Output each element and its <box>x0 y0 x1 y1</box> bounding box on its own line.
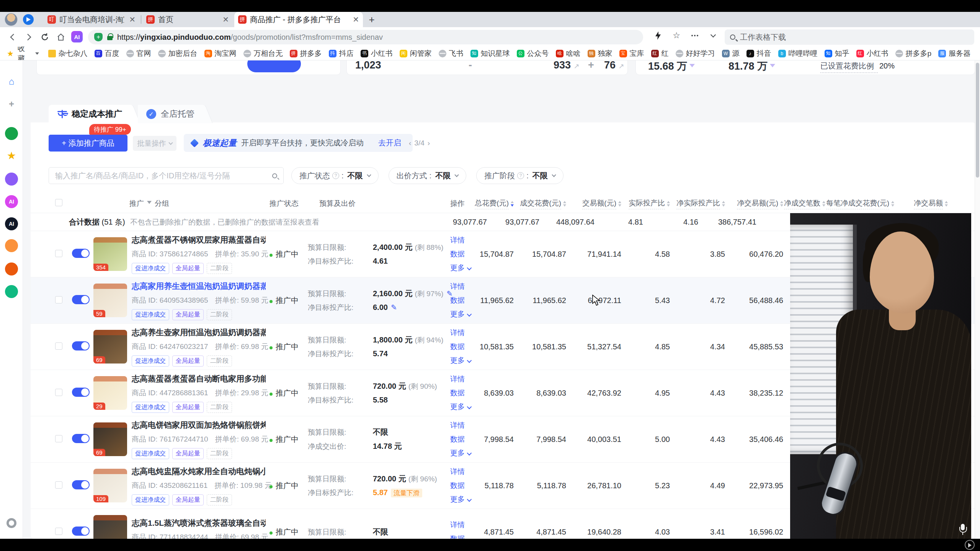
favorites-label[interactable]: 收藏 <box>18 47 31 60</box>
sidebar-ai-dark-app-icon[interactable]: AI <box>5 217 18 230</box>
browser-tab-1[interactable]: 叮 叮当会电商培训-淘宝天猫拼多 ✕ <box>44 12 139 27</box>
mic-icon[interactable] <box>959 524 966 535</box>
product-title[interactable]: 志高电炖盅隔水炖家用全自动电炖锅小型陶瓷... <box>132 466 266 477</box>
action-more[interactable]: 更多 <box>450 448 477 458</box>
banner-pager[interactable]: ‹3/4› <box>409 139 430 147</box>
bookmark-link[interactable]: 官网 <box>126 49 151 59</box>
bookmark-link[interactable]: 淘淘宝网 <box>204 49 237 59</box>
reload-icon[interactable] <box>38 31 51 44</box>
row-checkbox[interactable] <box>55 481 62 489</box>
action-data[interactable]: 数据 <box>450 434 477 444</box>
bookmark-link[interactable]: 飞书 <box>439 49 464 59</box>
column-header[interactable]: 每笔净成交花费(元) <box>825 198 894 209</box>
sidebar-add-icon[interactable]: + <box>5 98 18 111</box>
bookmark-link[interactable]: 拼多多p <box>895 49 932 59</box>
column-header[interactable]: 成交花费(元) <box>514 198 566 209</box>
action-data[interactable]: 数据 <box>450 295 477 305</box>
sidebar-orange-app-icon[interactable] <box>5 239 18 252</box>
recharge-button[interactable] <box>247 60 301 72</box>
favorites-caret-icon[interactable] <box>35 52 39 57</box>
back-icon[interactable] <box>6 31 19 44</box>
product-image[interactable]: 354 <box>93 237 127 271</box>
row-checkbox[interactable] <box>55 342 62 350</box>
browser-tab-2[interactable]: 拼 首页 ✕ <box>142 12 233 27</box>
row-toggle[interactable] <box>72 527 90 536</box>
sidebar-home-icon[interactable]: ⌂ <box>5 75 18 88</box>
row-checkbox[interactable] <box>55 389 62 396</box>
bookmark-link[interactable]: 宝宝库 <box>619 49 644 59</box>
action-more[interactable]: 更多 <box>450 355 477 365</box>
forward-icon[interactable] <box>22 31 35 44</box>
search-icon[interactable] <box>272 173 277 178</box>
lock-icon[interactable] <box>107 36 113 40</box>
scrollbar-thumb[interactable] <box>976 63 979 178</box>
home-icon[interactable] <box>54 31 67 44</box>
bookmark-link[interactable]: 独独家 <box>588 49 612 59</box>
bookmark-star-icon[interactable]: ☆ <box>671 31 681 41</box>
row-toggle[interactable] <box>72 434 90 443</box>
column-header[interactable]: 净交易额 <box>894 198 948 209</box>
ai-extension-icon[interactable]: AI <box>71 31 83 42</box>
bookmark-link[interactable]: 好好学习 <box>676 49 715 59</box>
sidebar-red-app-icon[interactable] <box>5 262 18 276</box>
column-header[interactable]: 净交易额(元) <box>725 198 783 209</box>
product-image[interactable]: 59 <box>93 284 127 317</box>
bookmark-link[interactable]: 万相台无 <box>243 49 283 59</box>
product-title[interactable]: 志高1.5L蒸汽喷淋式煮茶器玻璃全自动保温电热... <box>132 518 266 528</box>
action-detail[interactable]: 详情 <box>450 520 477 530</box>
tab-full-store-hosting[interactable]: ✓ 全店托管 <box>138 105 204 123</box>
record-control-icon[interactable] <box>965 540 975 550</box>
new-tab-button[interactable]: + <box>366 13 378 26</box>
column-header[interactable]: 实际投产比 <box>621 198 670 209</box>
row-checkbox[interactable] <box>55 250 62 257</box>
tab-stable-cost-promotion[interactable]: 稳定成本推广 <box>49 105 132 123</box>
edit-icon[interactable]: ✎ <box>391 303 397 311</box>
row-toggle[interactable] <box>72 295 90 304</box>
action-detail[interactable]: 详情 <box>450 328 477 338</box>
filter-funnel-icon[interactable] <box>147 201 152 206</box>
product-image[interactable]: 69 <box>93 330 127 364</box>
action-data[interactable]: 数据 <box>450 534 477 539</box>
column-header[interactable]: 总花费(元) <box>477 198 514 209</box>
tab-close-icon[interactable]: ✕ <box>129 15 136 24</box>
filter-0[interactable]: 推广状态?:不限 <box>291 167 379 184</box>
banner-open-link[interactable]: 去开启 <box>378 138 401 148</box>
filter-1[interactable]: 出价方式:不限 <box>389 167 467 184</box>
action-detail[interactable]: 详情 <box>450 421 477 430</box>
select-all-checkbox[interactable] <box>55 199 62 206</box>
browser-tab-active[interactable]: 拼 商品推广 - 拼多多推广平台 ✕ <box>234 12 363 27</box>
bookmark-link[interactable]: 知知识星球 <box>470 49 510 59</box>
sidebar-purple-app-icon[interactable] <box>5 173 18 186</box>
action-data[interactable]: 数据 <box>450 342 477 352</box>
tab-close-icon[interactable]: ✕ <box>222 15 229 24</box>
action-detail[interactable]: 详情 <box>450 467 477 477</box>
tab-close-icon[interactable]: ✕ <box>353 15 359 24</box>
bookmark-link[interactable]: 闲闲管家 <box>400 49 432 59</box>
promotion-search-input[interactable]: 输入推广名/商品名/商品ID，多个ID用空格/逗号分隔 <box>49 167 284 184</box>
bookmark-folder[interactable]: 杂七杂八 <box>48 49 88 59</box>
bookmark-link[interactable]: 啥啥啥 <box>556 49 581 59</box>
row-toggle[interactable] <box>72 480 90 489</box>
column-header[interactable]: 交易额(元) <box>566 198 621 209</box>
bookmark-link[interactable]: 拼拼多多 <box>290 49 322 59</box>
action-detail[interactable]: 详情 <box>450 374 477 384</box>
page-scrollbar[interactable] <box>975 60 980 539</box>
product-title[interactable]: 志高家用养生壶恒温泡奶温奶调奶器蒸汽喷淋...✎ <box>132 281 266 292</box>
batch-operation-button[interactable]: 批量操作 <box>133 136 176 151</box>
bookmark-link[interactable]: 抖抖店 <box>329 49 354 59</box>
lightning-icon[interactable] <box>653 31 663 41</box>
bookmark-link[interactable]: 百百度 <box>95 49 119 59</box>
bookmark-link[interactable]: 红红 <box>651 49 669 59</box>
bookmark-link[interactable]: 服服务器 <box>938 49 970 59</box>
product-image[interactable]: 69 <box>93 422 127 456</box>
product-title[interactable]: 志高煮蛋器不锈钢双层家用蒸蛋器自动断电蒸... <box>132 235 266 245</box>
action-more[interactable]: 更多 <box>450 309 477 319</box>
bookmark-link[interactable]: 公公众号 <box>517 49 549 59</box>
settings-gear-icon[interactable] <box>7 518 16 528</box>
chevron-down-icon[interactable] <box>708 31 718 41</box>
action-more[interactable]: 更多 <box>450 263 477 273</box>
bookmark-link[interactable]: ♪抖音 <box>746 49 771 59</box>
product-title[interactable]: 志高电饼铛家用双面加热烙饼锅煎饼烤肉加深... <box>132 420 266 430</box>
product-title[interactable]: 志高蒸蛋器煮蛋器自动断电家用多功能鸡蛋定... <box>132 373 266 384</box>
column-header[interactable]: 净实际投产比 <box>670 198 725 209</box>
